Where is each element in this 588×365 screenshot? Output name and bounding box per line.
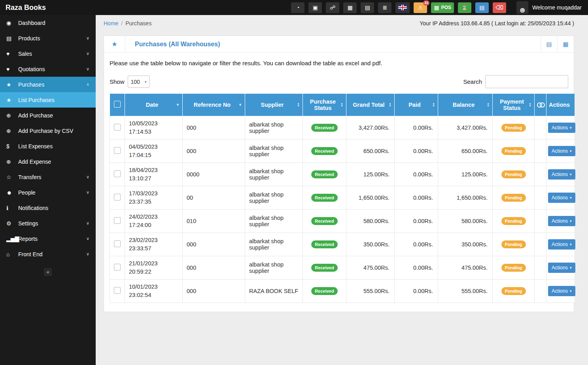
header-payment-status[interactable]: Payment Status▲▼ (493, 94, 535, 116)
invoice-list-button[interactable]: ≣ (378, 2, 391, 13)
sidebar-item-transfers[interactable]: ☆Transfers∨ (0, 169, 96, 185)
sidebar-item-list-expenses[interactable]: $List Expenses (0, 138, 96, 154)
header-grand-total[interactable]: Grand Total▲▼ (346, 94, 395, 116)
payment-status-badge: Pending (501, 287, 526, 295)
sidebar-item-add-purchase[interactable]: ⊕Add Purchase (0, 108, 96, 123)
sidebar-collapse-button[interactable]: « (44, 268, 52, 276)
header-paid[interactable]: Paid▲▼ (395, 94, 438, 116)
cell-reference-no: 0000 (183, 163, 245, 186)
row-actions-button[interactable]: Actions ▾ (548, 123, 575, 133)
table-row: 17/03/202323:37:3500albarkat shop suppli… (110, 186, 575, 209)
cell-grand-total: 555.00Rs. (346, 279, 395, 303)
cell-date: 21/01/202320:59:22 (125, 256, 183, 279)
topbar: Raza Books ◔ ▣ ☍ ▦ ▤ ≣ ⚠ 31 ▦ POS ⌛ ▤ ⌫ … (0, 0, 588, 15)
cell-attachment (535, 163, 546, 186)
sidebar-item-people[interactable]: ☻People∨ (0, 185, 96, 200)
table-view-button[interactable]: ▦ (557, 36, 574, 52)
table-row: 21/01/202320:59:22000albarkat shop suppl… (110, 256, 575, 279)
chevron-down-icon: ∨ (86, 236, 89, 241)
page-size-select[interactable]: 100 ▾ (128, 76, 150, 88)
sidebar-item-reports[interactable]: ▂▅▇Reports∨ (0, 231, 96, 246)
star-icon: ★ (6, 81, 18, 88)
info-circle-icon: ℹ (6, 205, 18, 211)
header-reference-no[interactable]: Reference No▼ (183, 94, 245, 116)
sidebar-item-quotations[interactable]: ♥Quotations∨ (0, 61, 96, 77)
sidebar-item-add-purchase-by-csv[interactable]: ⊕Add Purchase by CSV (0, 123, 96, 138)
page-size-value: 100 (131, 79, 140, 85)
row-actions-button[interactable]: Actions ▾ (548, 263, 575, 273)
cart-shortcut-button[interactable]: ▣ (308, 2, 322, 13)
cell-paid: 0.00Rs. (395, 116, 438, 139)
caret-down-icon: ▾ (570, 196, 572, 200)
avatar[interactable]: ☻ (516, 1, 528, 14)
row-actions-button[interactable]: Actions ▾ (548, 193, 575, 203)
clear-cache-button[interactable]: ⌫ (493, 2, 506, 13)
main-content: Home / Purchases Your IP Address 103.66.… (96, 0, 588, 312)
calculator-button[interactable]: ▦ (343, 2, 357, 13)
breadcrumb-home-link[interactable]: Home (104, 20, 118, 26)
row-checkbox[interactable] (114, 287, 121, 294)
cell-balance: 1,650.00Rs. (438, 186, 493, 209)
register-details-button[interactable]: ▤ (475, 2, 489, 13)
cell-date: 17/03/202323:37:35 (125, 186, 183, 209)
row-checkbox[interactable] (114, 170, 121, 177)
cell-paid: 0.00Rs. (395, 186, 438, 209)
list-icon: ▤ (479, 5, 484, 10)
caret-down-icon: ▾ (145, 80, 147, 84)
row-checkbox[interactable] (114, 240, 121, 247)
chevron-down-icon: ∨ (86, 221, 89, 226)
purchase-status-badge: Received (311, 217, 337, 225)
row-checkbox[interactable] (114, 124, 121, 130)
pending-registers-button[interactable]: ⌛ (458, 2, 471, 13)
cell-supplier: albarkat shop supplier (245, 256, 303, 279)
cell-attachment (535, 139, 546, 163)
row-checkbox[interactable] (114, 217, 121, 224)
pos-button[interactable]: ▦ POS (431, 2, 454, 13)
sidebar-item-label: Settings (18, 220, 86, 227)
search-input[interactable] (485, 75, 568, 88)
cart-icon: ⌂ (6, 251, 18, 257)
cell-attachment (535, 233, 546, 256)
sidebar-item-label: Dashboard (18, 20, 89, 26)
alerts-button[interactable]: ⚠ 31 (414, 2, 427, 13)
table-row: 24/02/202317:24:00010albarkat shop suppl… (110, 209, 575, 233)
row-actions-button[interactable]: Actions ▾ (548, 169, 575, 180)
warehouse-shortcut-button[interactable]: ◔ (291, 2, 304, 13)
breadcrumb-current: Purchases (125, 20, 151, 26)
share-shortcut-button[interactable]: ☍ (326, 2, 339, 13)
document-view-button[interactable]: ▤ (541, 36, 557, 52)
cell-supplier: albarkat shop supplier (245, 186, 303, 209)
sidebar-item-front-end[interactable]: ⌂Front End∨ (0, 246, 96, 262)
row-checkbox[interactable] (114, 264, 121, 270)
row-actions-button[interactable]: Actions ▾ (548, 239, 575, 250)
calendar-button[interactable]: ▤ (361, 2, 374, 13)
select-all-checkbox[interactable] (114, 101, 121, 108)
sidebar-item-products[interactable]: ▤Products∨ (0, 30, 96, 46)
row-actions-button[interactable]: Actions ▾ (548, 216, 575, 226)
cell-balance: 475.00Rs. (438, 256, 493, 279)
cell-date: 10/01/202323:02:54 (125, 279, 183, 303)
row-actions-button[interactable]: Actions ▾ (548, 286, 575, 296)
header-purchase-status[interactable]: Purchase Status▲▼ (303, 94, 346, 116)
cart-icon: ▣ (313, 5, 318, 10)
warning-icon: ⚠ (418, 5, 423, 10)
sidebar-item-add-expense[interactable]: ⊕Add Expense (0, 154, 96, 169)
sidebar-item-purchases[interactable]: ★Purchases∧ (0, 77, 96, 92)
row-checkbox[interactable] (114, 147, 121, 154)
header-attachment (535, 94, 546, 116)
sidebar-item-dashboard[interactable]: ◉Dashboard (0, 15, 96, 30)
language-button[interactable] (395, 2, 410, 13)
row-checkbox[interactable] (114, 194, 121, 200)
row-actions-button[interactable]: Actions ▾ (548, 146, 575, 156)
header-supplier[interactable]: Supplier▲▼ (245, 94, 303, 116)
sidebar-item-sales[interactable]: ♥Sales∨ (0, 46, 96, 61)
cell-paid: 0.00Rs. (395, 233, 438, 256)
purchase-status-badge: Received (311, 170, 337, 178)
header-date[interactable]: Date▼ (125, 94, 183, 116)
sidebar-item-notifications[interactable]: ℹNotifications (0, 200, 96, 216)
hourglass-icon: ⌛ (461, 5, 468, 10)
header-balance[interactable]: Balance▲▼ (438, 94, 493, 116)
sidebar-item-list-purchases[interactable]: ★List Purchases (0, 92, 96, 108)
sidebar-item-settings[interactable]: ⚙Settings∨ (0, 216, 96, 231)
gear-icon: ⚙ (6, 220, 18, 227)
